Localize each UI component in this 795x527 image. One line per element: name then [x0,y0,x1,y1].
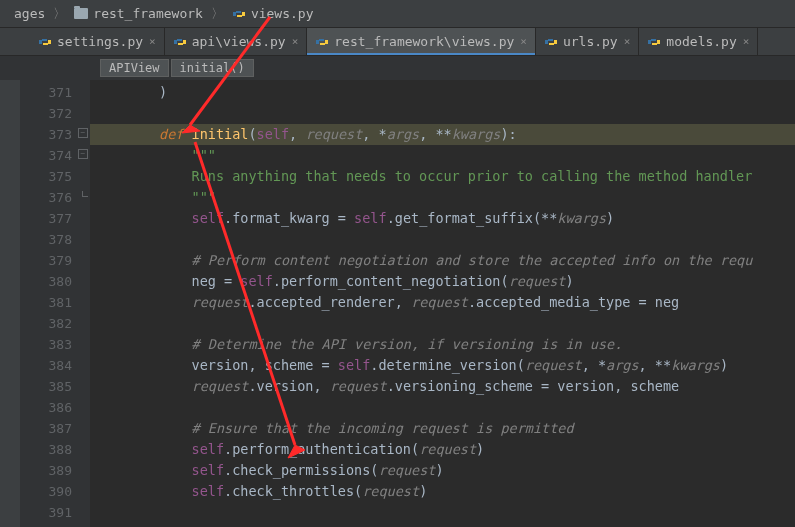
code-line[interactable]: """ [90,187,795,208]
code-line[interactable] [90,103,795,124]
line-number[interactable]: 371 [20,82,90,103]
code-line[interactable]: """ [90,145,795,166]
tab-label: settings.py [57,34,143,49]
close-icon[interactable]: × [292,35,299,48]
tab-api-views[interactable]: api\views.py × [165,28,308,55]
line-number[interactable]: 382 [20,313,90,334]
line-number[interactable]: 386 [20,397,90,418]
code-line[interactable]: version, scheme = self.determine_version… [90,355,795,376]
tab-label: urls.py [563,34,618,49]
code-line[interactable]: # Ensure that the incoming request is pe… [90,418,795,439]
python-file-icon [315,35,329,49]
tab-settings[interactable]: settings.py × [30,28,165,55]
code-line[interactable]: ) [90,82,795,103]
python-file-icon [232,7,246,21]
tab-models[interactable]: models.py × [639,28,758,55]
line-number[interactable]: 381 [20,292,90,313]
line-number[interactable]: 388 [20,439,90,460]
python-file-icon [647,35,661,49]
chevron-right-icon: 〉 [53,5,66,23]
fold-icon[interactable]: − [78,128,88,138]
line-number[interactable]: 377 [20,208,90,229]
code-line[interactable] [90,229,795,250]
breadcrumb-item-views-py[interactable]: views.py [226,4,320,23]
line-number[interactable]: 372 [20,103,90,124]
code-line[interactable]: Runs anything that needs to occur prior … [90,166,795,187]
tab-label: rest_framework\views.py [334,34,514,49]
python-file-icon [38,35,52,49]
code-line[interactable] [90,502,795,523]
code-line[interactable]: request.accepted_renderer, request.accep… [90,292,795,313]
line-number[interactable]: 376 [20,187,90,208]
line-number-gutter[interactable]: 371372373−374−37537637737837938038138238… [20,80,90,527]
close-icon[interactable]: × [743,35,750,48]
code-line[interactable]: self.format_kwarg = self.get_format_suff… [90,208,795,229]
breadcrumb-item-rest-framework[interactable]: rest_framework [68,4,209,23]
tab-urls[interactable]: urls.py × [536,28,639,55]
code-line[interactable]: self.check_throttles(request) [90,481,795,502]
line-number[interactable]: 378 [20,229,90,250]
close-icon[interactable]: × [149,35,156,48]
code-line[interactable]: neg = self.perform_content_negotiation(r… [90,271,795,292]
code-line[interactable]: self.perform_authentication(request) [90,439,795,460]
python-file-icon [544,35,558,49]
code-line[interactable]: # Determine the API version, if versioni… [90,334,795,355]
line-number[interactable]: 379 [20,250,90,271]
breadcrumb-item-ages[interactable]: ages [8,4,51,23]
code-area[interactable]: ) def initial(self, request, *args, **kw… [90,80,795,527]
breadcrumb: ages 〉 rest_framework 〉 views.py [0,0,795,28]
line-number[interactable]: 390 [20,481,90,502]
line-number[interactable]: 374− [20,145,90,166]
editor-tabs: settings.py × api\views.py × rest_framew… [0,28,795,56]
close-icon[interactable]: × [624,35,631,48]
tab-label: api\views.py [192,34,286,49]
fold-icon[interactable] [82,191,88,197]
line-number[interactable]: 387 [20,418,90,439]
code-line[interactable]: request.version, request.versioning_sche… [90,376,795,397]
code-line[interactable] [90,397,795,418]
context-method[interactable]: initial() [171,59,254,77]
line-number[interactable]: 380 [20,271,90,292]
line-number[interactable]: 385 [20,376,90,397]
tab-label: models.py [666,34,736,49]
tab-rest-framework-views[interactable]: rest_framework\views.py × [307,28,536,55]
editor: 371372373−374−37537637737837938038138238… [0,80,795,527]
close-icon[interactable]: × [520,35,527,48]
line-number[interactable]: 391 [20,502,90,523]
line-number[interactable]: 373− [20,124,90,145]
code-line[interactable]: # Perform content negotiation and store … [90,250,795,271]
folder-icon [74,8,88,19]
code-line[interactable]: def initial(self, request, *args, **kwar… [90,124,795,145]
code-line[interactable]: self.check_permissions(request) [90,460,795,481]
chevron-right-icon: 〉 [211,5,224,23]
line-number[interactable]: 383 [20,334,90,355]
line-number[interactable]: 375 [20,166,90,187]
python-file-icon [173,35,187,49]
line-number[interactable]: 389 [20,460,90,481]
context-bar: APIView initial() [0,56,795,80]
left-gutter-strip [0,80,20,527]
context-class[interactable]: APIView [100,59,169,77]
code-line[interactable] [90,313,795,334]
fold-icon[interactable]: − [78,149,88,159]
line-number[interactable]: 384 [20,355,90,376]
